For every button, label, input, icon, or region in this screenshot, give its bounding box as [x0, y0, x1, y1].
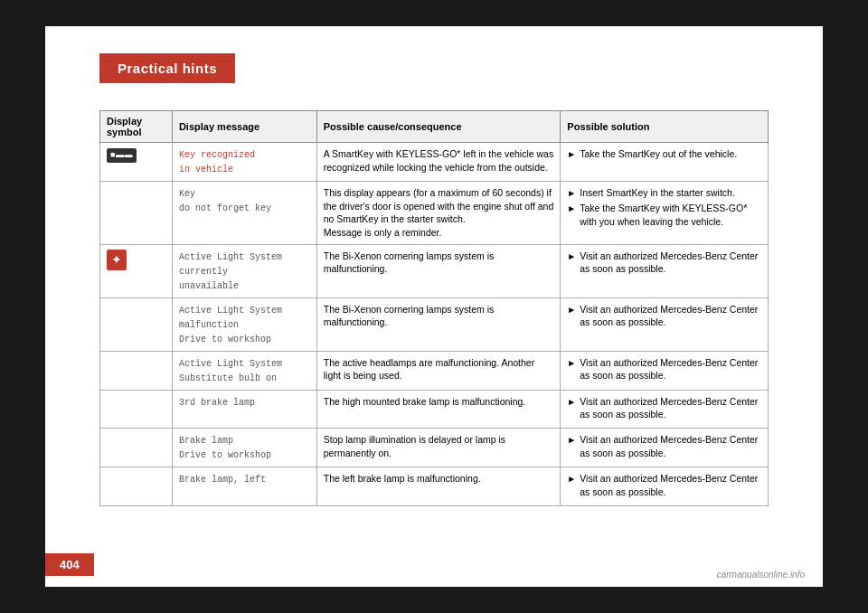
solution-text: Visit an authorized Mercedes-Benz Center…	[580, 250, 761, 276]
symbol-cell-empty	[100, 429, 173, 467]
solution-item: ► Visit an authorized Mercedes-Benz Cent…	[567, 395, 761, 421]
solution-item: ► Visit an authorized Mercedes-Benz Cent…	[567, 433, 761, 459]
solution-item: ► Take the SmartKey out of the vehicle.	[567, 147, 761, 161]
solution-text: Take the SmartKey with KEYLESS-GO* with …	[580, 202, 761, 228]
message-cell: Active Light SystemSubstitute bulb on	[172, 351, 316, 390]
table-row: 3rd brake lamp The high mounted brake la…	[100, 390, 769, 428]
cause-cell: The active headlamps are malfunctioning.…	[316, 351, 561, 390]
mono-message: Brake lamp, left	[179, 475, 266, 485]
mono-message: Brake lampDrive to workshop	[179, 436, 271, 460]
symbol-cell-empty	[100, 351, 173, 390]
solution-item: ► Take the SmartKey with KEYLESS-GO* wit…	[567, 202, 761, 228]
message-cell: Active Light Systemcurrentlyunavailable	[172, 244, 316, 297]
cause-cell: The Bi-Xenon cornering lamps system is m…	[316, 244, 561, 297]
col-header-cause: Possible cause/consequence	[316, 111, 561, 143]
table-row: ✦ Active Light Systemcurrentlyunavailabl…	[100, 244, 769, 297]
table-row: Brake lampDrive to workshop Stop lamp il…	[100, 429, 769, 467]
section-title: Practical hints	[99, 53, 235, 83]
symbol-cell-empty	[100, 297, 173, 351]
table-row: Keydo not forget key This display appear…	[100, 182, 769, 245]
arrow-icon: ►	[567, 187, 576, 200]
cause-cell: Stop lamp illumination is delayed or lam…	[316, 429, 561, 467]
arrow-icon: ►	[567, 148, 576, 161]
col-header-message: Display message	[172, 111, 316, 143]
message-cell: Active Light SystemmalfunctionDrive to w…	[172, 297, 316, 351]
mono-message: Active Light Systemcurrentlyunavailable	[179, 252, 282, 291]
watermark: carmanualsonline.info	[717, 570, 805, 580]
table-row: Active Light SystemmalfunctionDrive to w…	[100, 297, 769, 351]
red-message: Key recognizedin vehicle	[179, 150, 255, 174]
solution-text: Visit an authorized Mercedes-Benz Center…	[580, 303, 761, 329]
symbol-cell-empty	[100, 390, 173, 428]
solution-item: ► Visit an authorized Mercedes-Benz Cent…	[567, 472, 761, 498]
symbol-cell-empty	[100, 182, 173, 245]
solution-text: Visit an authorized Mercedes-Benz Center…	[580, 356, 761, 382]
col-header-symbol: Display symbol	[100, 111, 173, 143]
mono-message: Active Light SystemSubstitute bulb on	[179, 359, 282, 383]
solution-cell: ► Visit an authorized Mercedes-Benz Cent…	[561, 429, 769, 467]
cause-cell: The left brake lamp is malfunctioning.	[316, 467, 561, 505]
arrow-icon: ►	[567, 357, 576, 370]
solution-item: ► Visit an authorized Mercedes-Benz Cent…	[567, 303, 761, 329]
mono-message: Keydo not forget key	[179, 189, 271, 213]
cause-cell: The high mounted brake lamp is malfuncti…	[316, 390, 561, 428]
solution-cell: ► Visit an authorized Mercedes-Benz Cent…	[561, 390, 769, 428]
solution-text: Take the SmartKey out of the vehicle.	[580, 147, 737, 161]
solution-cell: ► Insert SmartKey in the starter switch.…	[561, 182, 769, 245]
message-cell: Brake lamp, left	[172, 467, 316, 505]
arrow-icon: ►	[567, 250, 576, 263]
solution-cell: ► Visit an authorized Mercedes-Benz Cent…	[561, 467, 769, 505]
page-content: Display symbol Display message Possible …	[45, 83, 823, 524]
solution-item: ► Insert SmartKey in the starter switch.	[567, 186, 761, 200]
solution-text: Visit an authorized Mercedes-Benz Center…	[580, 433, 761, 459]
solution-cell: ► Visit an authorized Mercedes-Benz Cent…	[561, 297, 769, 351]
cause-cell: A SmartKey with KEYLESS-GO* left in the …	[316, 143, 561, 182]
col-header-solution: Possible solution	[561, 111, 769, 143]
table-row: Active Light SystemSubstitute bulb on Th…	[100, 351, 769, 390]
solution-item: ► Visit an authorized Mercedes-Benz Cent…	[567, 356, 761, 382]
cause-cell: The Bi-Xenon cornering lamps system is m…	[316, 297, 561, 351]
symbol-cell: ✦	[100, 244, 173, 297]
message-cell: Keydo not forget key	[172, 182, 316, 245]
solution-cell: ► Visit an authorized Mercedes-Benz Cent…	[561, 244, 769, 297]
arrow-icon: ►	[567, 396, 576, 409]
table-row: Brake lamp, left The left brake lamp is …	[100, 467, 769, 505]
solution-text: Visit an authorized Mercedes-Benz Center…	[580, 472, 761, 498]
solution-cell: ► Take the SmartKey out of the vehicle.	[561, 143, 769, 182]
symbol-cell-empty	[100, 467, 173, 505]
arrow-icon: ►	[567, 473, 576, 486]
cause-cell: This display appears (for a maximum of 6…	[316, 182, 561, 245]
solution-text: Insert SmartKey in the starter switch.	[580, 186, 735, 200]
message-cell: 3rd brake lamp	[172, 390, 316, 428]
table-row: ■▬▬ Key recognizedin vehicle A SmartKey …	[100, 143, 769, 182]
arrow-icon: ►	[567, 434, 576, 447]
display-table: Display symbol Display message Possible …	[99, 110, 769, 506]
message-cell: Brake lampDrive to workshop	[172, 429, 316, 467]
solution-item: ► Visit an authorized Mercedes-Benz Cent…	[567, 250, 761, 276]
solution-text: Visit an authorized Mercedes-Benz Center…	[580, 395, 761, 421]
page-number: 404	[45, 553, 94, 576]
mono-message: 3rd brake lamp	[179, 398, 255, 408]
light-display-icon: ✦	[107, 250, 127, 271]
message-cell: Key recognizedin vehicle	[172, 143, 316, 182]
page: Practical hints Display symbol Display m…	[45, 26, 823, 587]
arrow-icon: ►	[567, 304, 576, 316]
symbol-cell: ■▬▬	[100, 143, 173, 182]
arrow-icon: ►	[567, 203, 576, 215]
solution-cell: ► Visit an authorized Mercedes-Benz Cent…	[561, 351, 769, 390]
key-display-icon: ■▬▬	[107, 148, 137, 163]
mono-message: Active Light SystemmalfunctionDrive to w…	[179, 306, 282, 344]
